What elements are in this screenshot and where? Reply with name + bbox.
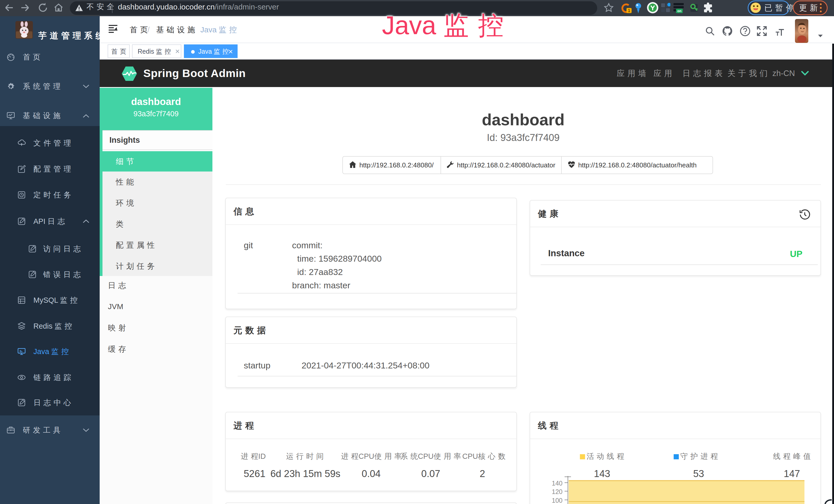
svg-text:on: on — [677, 9, 681, 13]
svg-text:1: 1 — [628, 8, 630, 13]
